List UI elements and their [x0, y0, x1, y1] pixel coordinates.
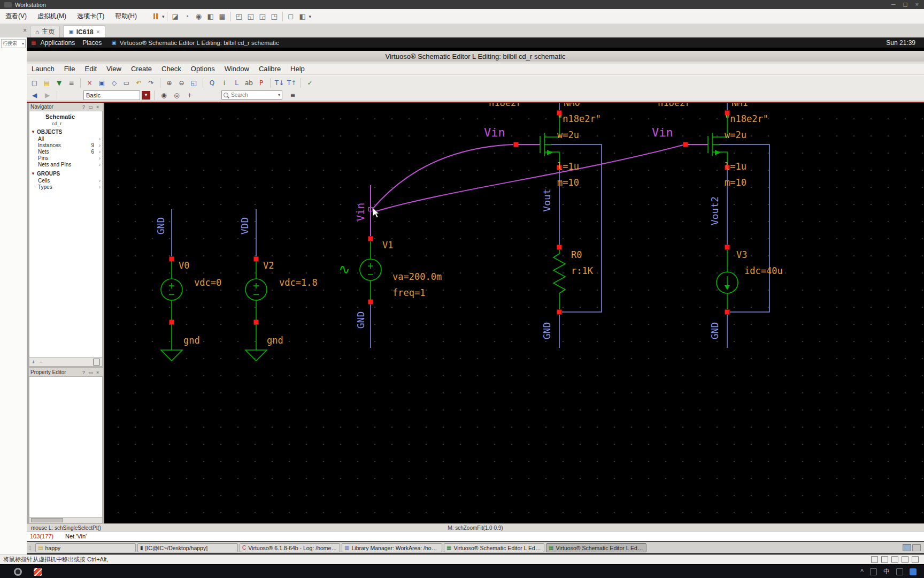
chevron-right-icon[interactable]: › — [94, 184, 101, 190]
menu-help[interactable]: 帮助(H) — [110, 9, 142, 24]
tray-chevron-icon[interactable]: ^ — [860, 568, 864, 575]
delete-icon[interactable]: × — [84, 78, 95, 88]
instance-icon[interactable]: i — [219, 78, 230, 88]
snapshot-manager-icon[interactable]: ◧ — [205, 11, 217, 22]
hdd-status-icon[interactable] — [871, 556, 878, 563]
navigator-section-groups[interactable]: ▼ GROUPS — [29, 170, 102, 177]
open-icon[interactable]: ▤ — [41, 78, 52, 88]
menu-create[interactable]: Create — [126, 64, 157, 74]
show-desktop-icon[interactable]: ▯ — [28, 545, 34, 551]
net-labels[interactable]: GND VDD Vin GND VDD Vout GND VDD Vout2 G… — [155, 103, 720, 339]
navigator-section-objects[interactable]: ▼ OBJECTS — [29, 128, 102, 135]
descend-icon[interactable]: T↓ — [274, 78, 285, 88]
show-thumbnails-icon[interactable]: ◱ — [245, 11, 257, 22]
message-panel-icon[interactable] — [912, 556, 919, 563]
copy-icon[interactable]: ▣ — [96, 78, 107, 88]
chevron-right-icon[interactable]: › — [94, 149, 101, 155]
tab-ic618[interactable]: ▣ IC618 × — [63, 25, 105, 38]
active-window-title[interactable]: Virtuoso® Schematic Editor L Editing: bi… — [120, 40, 279, 46]
menu-view[interactable]: View — [102, 64, 126, 74]
layout-toggle-icon[interactable]: ◳ — [268, 11, 280, 22]
property-editor-help-icon[interactable]: ? — [80, 370, 87, 375]
navigator-item-nets-and-pins[interactable]: Nets and Pins › — [29, 161, 102, 168]
menu-calibre[interactable]: Calibre — [254, 64, 286, 74]
tray-network-icon[interactable] — [870, 568, 877, 575]
navigator-help-icon[interactable]: ? — [80, 104, 87, 110]
distro-menu-icon[interactable]: ▦ — [31, 40, 36, 45]
wire-name-icon[interactable]: ab — [243, 78, 255, 88]
taskbar-window-virtuoso-log[interactable]: C Virtuoso® 6.1.8-64b - Log: /home/I... — [240, 543, 340, 552]
navigator-close-icon[interactable]: × — [94, 104, 101, 110]
menu-check[interactable]: Check — [157, 64, 186, 74]
zoom-out-icon[interactable]: ⊖ — [176, 78, 187, 88]
menu-window[interactable]: Window — [220, 64, 254, 74]
tab-home[interactable]: ⌂ 主页 — [30, 26, 60, 38]
window-maximize-button[interactable]: ◻ — [903, 1, 907, 8]
console-view-icon[interactable]: ◲ — [257, 11, 268, 22]
taskbar-window-schematic-2[interactable]: ▦ Virtuoso® Schematic Editor L Editin... — [546, 543, 646, 552]
tray-volume-icon[interactable] — [896, 568, 903, 575]
print-icon[interactable]: ≡ — [66, 78, 77, 88]
navigator-item-instances[interactable]: Instances 9 › — [29, 142, 102, 148]
fullscreen-icon[interactable]: ◻ — [285, 11, 297, 22]
chevron-right-icon[interactable]: › — [94, 142, 101, 148]
send-ctrl-alt-del-icon[interactable]: ◪ — [170, 11, 181, 22]
back-view-icon[interactable]: ◀ — [29, 90, 40, 101]
property-editor-float-icon[interactable]: ▭ — [87, 370, 94, 375]
navigator-header[interactable]: Navigator ? ▭ × — [29, 103, 103, 111]
workspace-combo-caret[interactable]: ▼ — [142, 91, 150, 100]
select-mode-icon[interactable]: ◎ — [171, 90, 182, 101]
taskbar-app-icon-browser[interactable] — [14, 568, 22, 576]
chevron-right-icon[interactable]: › — [94, 136, 101, 142]
move-icon[interactable]: ◇ — [109, 78, 120, 88]
sound-status-icon[interactable] — [891, 556, 898, 563]
search-options-icon[interactable]: ≡ — [287, 90, 298, 101]
vm-pause-button[interactable] — [150, 11, 161, 22]
property-editor-close-icon[interactable]: × — [94, 370, 101, 375]
snapshot-take-icon[interactable]: ◔ — [181, 11, 193, 22]
menu-view[interactable]: 查看(V) — [0, 9, 32, 24]
save-icon[interactable]: ▼ — [53, 78, 65, 88]
virtuoso-titlebar[interactable]: Virtuoso® Schematic Editor L Editing: bi… — [27, 51, 924, 62]
section-collapse-icon[interactable]: ▼ — [31, 171, 35, 176]
applications-menu[interactable]: Applications — [40, 39, 75, 47]
redo-icon[interactable]: ↷ — [145, 78, 157, 88]
instance-pins[interactable] — [170, 111, 730, 325]
unity-mode-icon[interactable]: ◧ — [297, 11, 309, 22]
menu-tabs[interactable]: 选项卡(T) — [72, 9, 110, 24]
vm-pause-caret[interactable]: ▾ — [162, 14, 165, 19]
workspace-combo[interactable]: Basic — [83, 90, 140, 100]
navigator-item-cells[interactable]: Cells › — [29, 177, 102, 184]
chevron-right-icon[interactable]: › — [94, 155, 101, 161]
zoom-in-tree-icon[interactable]: + — [32, 359, 35, 365]
menu-help[interactable]: Help — [286, 64, 310, 74]
chevron-right-icon[interactable]: › — [94, 178, 101, 184]
scrollbar-thumb[interactable] — [31, 518, 63, 522]
menu-options[interactable]: Options — [186, 64, 220, 74]
library-close-icon[interactable]: × — [0, 27, 30, 34]
usb-status-icon[interactable] — [902, 556, 908, 563]
schematic-canvas[interactable]: ∿ GND VDD — [104, 103, 924, 523]
clock[interactable]: Sun 21:39 — [886, 39, 915, 47]
instance-labels[interactable]: V0 vdc=0 gnd V2 vdc=1.8 gnd V1 va=200.0m… — [179, 103, 783, 346]
section-collapse-icon[interactable]: ▼ — [31, 130, 35, 134]
property-editor-header[interactable]: Property Editor ? ▭ × — [29, 368, 103, 377]
window-close-button[interactable]: × — [915, 1, 919, 8]
menu-vm[interactable]: 虚拟机(M) — [32, 9, 72, 24]
navigator-view-name[interactable]: Schematic — [29, 111, 102, 120]
places-menu[interactable]: Places — [82, 39, 102, 47]
stretch-icon[interactable]: ▭ — [121, 78, 132, 88]
pin-icon[interactable]: P — [256, 78, 267, 88]
navigator-item-all[interactable]: All › — [29, 135, 102, 142]
panel-corner-icon[interactable] — [93, 359, 100, 366]
forward-view-icon[interactable]: ▶ — [42, 90, 53, 101]
navigator-item-types[interactable]: Types › — [29, 184, 102, 190]
selected-net-vin[interactable] — [369, 144, 709, 236]
taskbar-app-icon-vmware[interactable] — [34, 568, 42, 576]
taskbar-window-schematic-1[interactable]: ▦ Virtuoso® Schematic Editor L Editin... — [444, 543, 544, 552]
menu-launch[interactable]: Launch — [27, 64, 59, 74]
navigator-float-icon[interactable]: ▭ — [87, 104, 94, 110]
wires[interactable] — [172, 103, 769, 348]
zoom-out-tree-icon[interactable]: − — [39, 359, 42, 365]
chevron-right-icon[interactable]: › — [94, 162, 101, 168]
